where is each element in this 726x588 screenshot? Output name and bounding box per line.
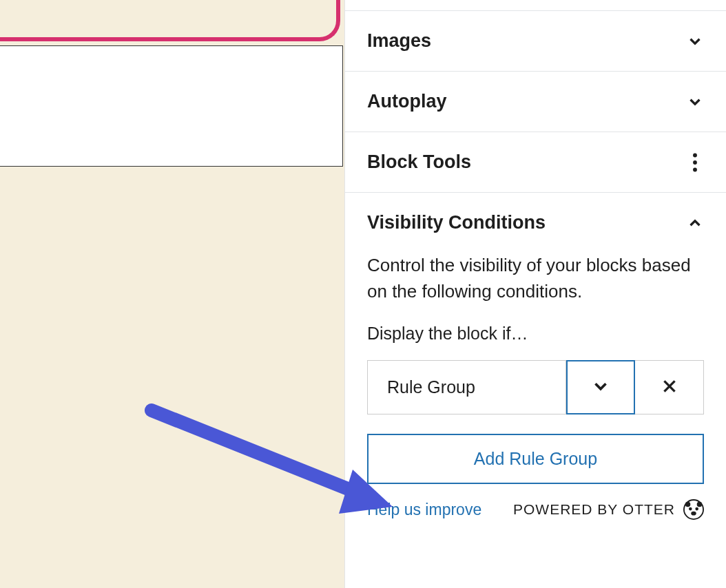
rule-group-row: Rule Group [367,360,704,414]
block-placeholder[interactable] [0,45,343,167]
add-rule-group-button[interactable]: Add Rule Group [367,434,704,484]
rule-group-dropdown-toggle[interactable] [566,360,635,414]
svg-point-3 [693,153,697,157]
sidebar-top-spacer [345,0,726,11]
panel-images[interactable]: Images [345,11,726,72]
svg-point-9 [685,502,691,507]
panel-block-tools-title: Block Tools [367,151,471,173]
chevron-down-icon [686,32,704,50]
rule-group-select[interactable]: Rule Group [367,360,566,414]
panel-visibility-conditions[interactable]: Visibility Conditions [345,193,726,247]
visibility-description: Control the visibility of your blocks ba… [367,253,704,304]
chevron-down-icon [686,93,704,111]
panel-visibility-body: Control the visibility of your blocks ba… [345,247,726,536]
rule-group-remove-button[interactable] [635,360,704,414]
svg-point-4 [693,160,697,165]
chevron-up-icon [686,214,704,232]
kebab-menu-icon[interactable] [686,154,704,171]
svg-point-10 [697,502,703,507]
otter-icon [683,499,704,520]
close-icon [661,377,678,397]
chevron-down-icon [590,376,611,399]
svg-point-12 [695,507,698,511]
powered-by-text: POWERED BY OTTER [513,501,675,518]
editor-canvas[interactable] [0,0,344,588]
svg-line-1 [152,410,365,496]
svg-point-5 [693,167,697,171]
help-us-improve-link[interactable]: Help us improve [367,501,481,519]
settings-sidebar: Images Autoplay Block Tools Visibility C… [344,0,726,588]
visibility-footer: Help us improve POWERED BY OTTER [367,499,704,520]
svg-point-11 [689,507,692,511]
panel-block-tools[interactable]: Block Tools [345,132,726,193]
powered-by: POWERED BY OTTER [513,499,704,520]
panel-images-title: Images [367,30,431,52]
panel-autoplay[interactable]: Autoplay [345,72,726,132]
selected-block[interactable] [0,0,340,41]
svg-point-13 [691,512,696,516]
visibility-subtitle: Display the block if… [367,324,704,344]
panel-autoplay-title: Autoplay [367,91,447,112]
panel-visibility-title: Visibility Conditions [367,212,546,233]
